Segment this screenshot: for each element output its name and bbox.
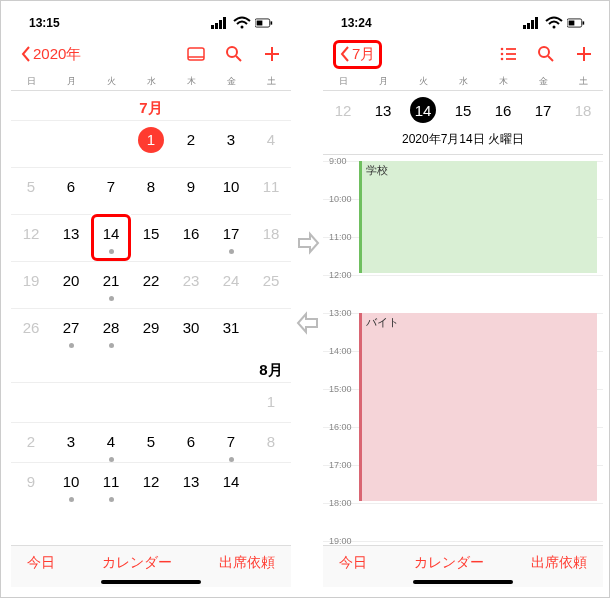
home-indicator[interactable] — [413, 580, 513, 584]
calendar-day[interactable]: 16 — [171, 214, 211, 261]
calendar-day[interactable]: 10 — [211, 167, 251, 214]
calendar-day[interactable]: 13 — [51, 214, 91, 261]
hour-line: 12:00 — [323, 275, 603, 276]
today-button[interactable]: 今日 — [339, 554, 367, 572]
calendar-day[interactable]: 12 — [11, 214, 51, 261]
calendar-day[interactable]: 9 — [171, 167, 211, 214]
calendar-day[interactable]: 18 — [251, 214, 291, 261]
chevron-left-icon — [21, 46, 31, 62]
add-event-icon[interactable] — [575, 45, 593, 63]
calendars-button[interactable]: カレンダー — [414, 554, 484, 572]
calendar-day[interactable]: 11 — [91, 462, 131, 502]
calendar-day[interactable]: 4 — [91, 422, 131, 462]
calendar-day[interactable]: 7 — [91, 167, 131, 214]
calendar-day[interactable]: 19 — [11, 261, 51, 308]
search-icon[interactable] — [225, 45, 243, 63]
calendar-day[interactable]: 30 — [171, 308, 211, 355]
wifi-icon — [545, 14, 563, 32]
calendar-day[interactable]: 10 — [51, 462, 91, 502]
nav-bar: 7月 — [323, 35, 603, 73]
calendar-day[interactable]: 3 — [211, 120, 251, 167]
calendar-day[interactable]: 8 — [251, 422, 291, 462]
svg-rect-1 — [215, 23, 218, 29]
calendar-day[interactable]: 28 — [91, 308, 131, 355]
calendar-day[interactable]: 14 — [91, 214, 131, 261]
nav-bar: 2020年 — [11, 35, 291, 73]
month-label-aug: 8月 — [251, 355, 291, 382]
week-day[interactable]: 16 — [483, 95, 523, 125]
calendar-day — [211, 382, 251, 422]
svg-rect-3 — [223, 17, 226, 29]
search-icon[interactable] — [537, 45, 555, 63]
home-indicator[interactable] — [101, 580, 201, 584]
calendar-day[interactable]: 6 — [51, 167, 91, 214]
today-button[interactable]: 今日 — [27, 554, 55, 572]
week-day[interactable]: 15 — [443, 95, 483, 125]
timeline[interactable]: 9:0010:0011:0012:0013:0014:0015:0016:001… — [323, 155, 603, 555]
calendar-day[interactable]: 5 — [11, 167, 51, 214]
week-day[interactable]: 13 — [363, 95, 403, 125]
list-view-icon[interactable] — [187, 45, 205, 63]
calendar-day — [91, 382, 131, 422]
status-bar: 13:24 — [323, 11, 603, 35]
calendar-day[interactable]: 3 — [51, 422, 91, 462]
calendar-day[interactable]: 7 — [211, 422, 251, 462]
battery-icon — [567, 14, 585, 32]
calendar-day[interactable]: 26 — [11, 308, 51, 355]
calendar-day[interactable]: 17 — [211, 214, 251, 261]
calendar-day[interactable]: 25 — [251, 261, 291, 308]
calendar-day[interactable]: 31 — [211, 308, 251, 355]
calendar-day[interactable]: 5 — [131, 422, 171, 462]
signal-icon — [523, 14, 541, 32]
week-day[interactable]: 18 — [563, 95, 603, 125]
hour-line: 19:00 — [323, 541, 603, 542]
list-toggle-icon[interactable] — [499, 45, 517, 63]
inbox-button[interactable]: 出席依頼 — [531, 554, 587, 572]
calendar-day[interactable]: 13 — [171, 462, 211, 502]
calendar-day[interactable]: 15 — [131, 214, 171, 261]
svg-rect-21 — [583, 21, 585, 24]
calendar-day — [51, 120, 91, 167]
calendar-day[interactable]: 22 — [131, 261, 171, 308]
svg-point-24 — [501, 58, 504, 61]
svg-rect-15 — [527, 23, 530, 29]
calendar-day[interactable]: 23 — [171, 261, 211, 308]
calendar-day[interactable]: 11 — [251, 167, 291, 214]
calendars-button[interactable]: カレンダー — [102, 554, 172, 572]
svg-point-23 — [501, 53, 504, 56]
calendar-day[interactable]: 12 — [131, 462, 171, 502]
calendar-day[interactable]: 9 — [11, 462, 51, 502]
calendar-day[interactable]: 1 — [131, 120, 171, 167]
calendar-day[interactable]: 8 — [131, 167, 171, 214]
calendar-day[interactable]: 1 — [251, 382, 291, 422]
calendar-day — [51, 382, 91, 422]
status-icons — [523, 14, 585, 32]
event-block[interactable]: バイト — [359, 313, 597, 501]
calendar-day[interactable]: 29 — [131, 308, 171, 355]
status-icons — [211, 14, 273, 32]
svg-rect-0 — [211, 25, 214, 29]
inbox-button[interactable]: 出席依頼 — [219, 554, 275, 572]
week-day[interactable]: 12 — [323, 95, 363, 125]
svg-point-4 — [241, 26, 244, 29]
week-day[interactable]: 14 — [403, 95, 443, 125]
calendar-day[interactable]: 4 — [251, 120, 291, 167]
calendar-day[interactable]: 21 — [91, 261, 131, 308]
calendar-day[interactable]: 24 — [211, 261, 251, 308]
add-event-icon[interactable] — [263, 45, 281, 63]
calendar-day[interactable]: 14 — [211, 462, 251, 502]
event-block[interactable]: 学校 — [359, 161, 597, 273]
status-time: 13:24 — [341, 16, 372, 30]
calendar-day[interactable]: 2 — [171, 120, 211, 167]
weekday-header: 日月火水木金土 — [323, 73, 603, 91]
status-bar: 13:15 — [11, 11, 291, 35]
svg-point-10 — [227, 47, 237, 57]
back-to-year-button[interactable]: 2020年 — [21, 45, 81, 64]
signal-icon — [211, 14, 229, 32]
week-day[interactable]: 17 — [523, 95, 563, 125]
back-to-month-button[interactable]: 7月 — [333, 40, 382, 69]
calendar-day[interactable]: 27 — [51, 308, 91, 355]
calendar-day[interactable]: 2 — [11, 422, 51, 462]
calendar-day[interactable]: 6 — [171, 422, 211, 462]
calendar-day[interactable]: 20 — [51, 261, 91, 308]
